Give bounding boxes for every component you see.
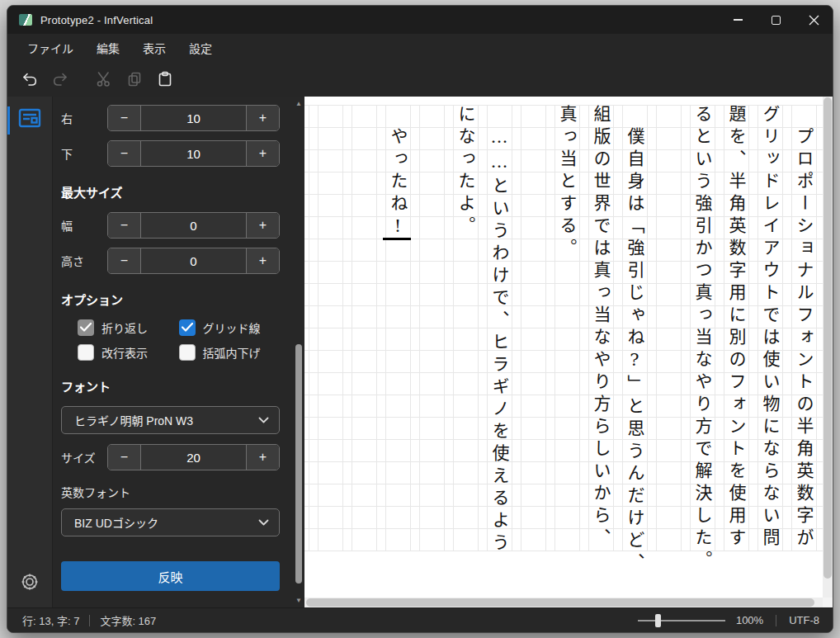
bracket-indent-label: 括弧内下げ xyxy=(203,344,261,361)
text-column: 僕自身は「強引じゃね?」と思うんだけど、 xyxy=(622,127,647,575)
close-button[interactable] xyxy=(795,6,833,34)
statusbar-right: 100% UTF-8 xyxy=(638,614,819,627)
text-column: やったね! xyxy=(385,127,410,241)
zoom-slider[interactable] xyxy=(638,614,725,627)
copy-button[interactable] xyxy=(124,69,145,90)
copy-icon xyxy=(125,70,144,88)
latin-font-label: 英数フォント xyxy=(61,484,280,500)
font-size-label: サイズ xyxy=(59,449,107,466)
menu-settings[interactable]: 設定 xyxy=(177,35,224,61)
font-family-value: ヒラギノ明朝 ProN W3 xyxy=(74,412,258,428)
margin-right-value[interactable]: 10 xyxy=(141,106,246,130)
gear-icon xyxy=(19,571,40,593)
zoom-level: 100% xyxy=(736,614,763,626)
increment-button[interactable]: + xyxy=(246,213,279,238)
paste-button[interactable] xyxy=(154,69,176,90)
margin-bottom-row: 下 − 10 + xyxy=(59,140,280,167)
zoom-slider-thumb[interactable] xyxy=(655,614,661,627)
separator xyxy=(776,615,776,626)
layout-tool-button[interactable] xyxy=(18,108,41,131)
text-column: ……というわけで、ヒラギノを使えるよう xyxy=(487,127,512,555)
settings-gear-button[interactable] xyxy=(19,571,40,596)
canvas-vscroll-thumb[interactable] xyxy=(823,97,832,579)
max-width-value[interactable]: 0 xyxy=(141,213,246,238)
checkbox-unchecked-icon xyxy=(78,344,94,361)
panel-scrollbar-thumb[interactable] xyxy=(295,344,302,584)
caption-buttons xyxy=(719,6,833,34)
decrement-button[interactable]: − xyxy=(108,213,141,238)
decrement-button[interactable]: − xyxy=(108,445,141,470)
font-size-value[interactable]: 20 xyxy=(141,445,246,470)
window-title: Prototype2 - InfVertical xyxy=(40,14,153,26)
status-bar: 行: 13, 字: 7 文字数: 167 100% UTF-8 xyxy=(7,607,833,632)
margin-right-row: 右 − 10 + xyxy=(59,105,280,131)
apply-button[interactable]: 反映 xyxy=(61,561,280,591)
text-column: るという強引かつ真っ当なやり方で解決した。 xyxy=(690,105,715,573)
options-row-1: 折り返し グリッド線 xyxy=(78,319,280,336)
max-height-stepper: − 0 + xyxy=(107,248,280,274)
options-row-2: 改行表示 括弧内下げ xyxy=(78,344,280,361)
title-bar[interactable]: Prototype2 - InfVertical xyxy=(7,6,833,34)
font-family-select[interactable]: ヒラギノ明朝 ProN W3 xyxy=(61,406,280,434)
linebreak-label: 改行表示 xyxy=(101,344,148,361)
max-width-label: 幅 xyxy=(59,217,107,234)
zoom-slider-track[interactable] xyxy=(638,620,725,621)
max-height-row: 高さ − 0 + xyxy=(59,248,280,274)
text-caret xyxy=(383,238,411,240)
wrap-label: 折り返し xyxy=(101,319,148,336)
undo-button[interactable] xyxy=(19,69,40,90)
scrollbar-corner xyxy=(823,598,833,607)
increment-button[interactable]: + xyxy=(246,248,279,273)
separator xyxy=(89,615,90,626)
checkbox-unchecked-icon xyxy=(179,344,196,361)
minimize-button[interactable] xyxy=(719,6,757,34)
minimize-icon xyxy=(734,19,743,21)
decrement-button[interactable]: − xyxy=(108,248,141,273)
linebreak-checkbox[interactable]: 改行表示 xyxy=(78,344,179,361)
text-column: 真っ当とする。 xyxy=(554,105,579,261)
scroll-down-arrow-icon[interactable]: ▼ xyxy=(293,597,304,604)
increment-button[interactable]: + xyxy=(246,141,279,166)
scroll-up-arrow-icon[interactable]: ▲ xyxy=(293,100,304,107)
font-size-row: サイズ − 20 + xyxy=(59,444,280,470)
menu-view[interactable]: 表示 xyxy=(131,35,177,61)
menu-edit[interactable]: 編集 xyxy=(85,35,131,61)
bracket-indent-checkbox[interactable]: 括弧内下げ xyxy=(179,344,281,361)
layout-tool-icon xyxy=(18,108,41,128)
margin-bottom-stepper: − 10 + xyxy=(107,140,280,167)
wrap-checkbox[interactable]: 折り返し xyxy=(78,319,179,336)
activity-bar xyxy=(7,97,52,607)
increment-button[interactable]: + xyxy=(246,445,279,470)
decrement-button[interactable]: − xyxy=(108,141,141,166)
gridline-checkbox[interactable]: グリッド線 xyxy=(179,319,281,336)
canvas-horizontal-scrollbar[interactable] xyxy=(304,598,823,607)
latin-font-select[interactable]: BIZ UDゴシック xyxy=(61,508,280,536)
margin-bottom-value[interactable]: 10 xyxy=(141,141,246,166)
maximize-button[interactable] xyxy=(757,6,795,34)
close-icon xyxy=(809,15,819,26)
latin-font-value: BIZ UDゴシック xyxy=(74,514,258,531)
margin-right-stepper: − 10 + xyxy=(107,105,280,131)
app-window: Prototype2 - InfVertical ファイル 編集 表示 設定 xyxy=(7,5,833,633)
font-heading: フォント xyxy=(61,377,280,395)
increment-button[interactable]: + xyxy=(246,106,279,130)
checkbox-checked-disabled-icon xyxy=(78,319,94,336)
menu-file[interactable]: ファイル xyxy=(16,35,85,61)
options-heading: オプション xyxy=(61,291,280,308)
encoding: UTF-8 xyxy=(789,614,819,626)
decrement-button[interactable]: − xyxy=(108,106,141,130)
document-canvas[interactable]: プロポーショナルフォントの半角英数字が グリッドレイアウトでは使い物にならない問… xyxy=(304,97,833,607)
max-size-heading: 最大サイズ xyxy=(61,183,280,201)
undo-icon xyxy=(21,70,39,88)
paste-icon xyxy=(156,70,174,88)
redo-button[interactable] xyxy=(50,69,71,90)
char-count: 文字数: 167 xyxy=(100,612,156,628)
canvas-vertical-scrollbar[interactable] xyxy=(823,97,833,598)
panel-scrollbar[interactable]: ▲ ▼ xyxy=(293,97,304,607)
cut-button[interactable] xyxy=(93,69,115,90)
max-height-value[interactable]: 0 xyxy=(141,248,246,273)
text-column: 組版の世界では真っ当なやり方らしいから、 xyxy=(588,105,613,551)
text-column: プロポーショナルフォントの半角英数字が xyxy=(791,127,816,551)
chevron-down-icon xyxy=(258,417,269,423)
canvas-hscroll-thumb[interactable] xyxy=(306,598,814,607)
